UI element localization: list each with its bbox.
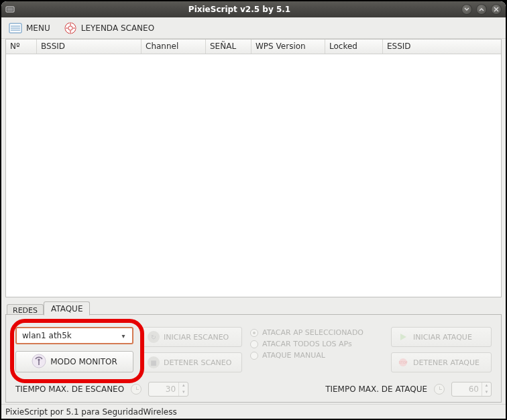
chevron-down-icon: ▾ bbox=[117, 332, 129, 340]
status-text: PixieScript por 5.1 para SeguridadWirele… bbox=[5, 407, 177, 417]
table-header: Nº BSSID Channel SEÑAL WPS Version Locke… bbox=[6, 40, 501, 54]
window-title: PixieScript v2.5 by 5.1 bbox=[17, 5, 461, 14]
col-signal[interactable]: SEÑAL bbox=[206, 40, 251, 54]
tabs: REDES ATAQUE bbox=[5, 300, 502, 315]
play-icon bbox=[397, 331, 409, 343]
svg-point-7 bbox=[68, 25, 72, 29]
interface-combo[interactable]: wlan1 ath5k ▾ bbox=[15, 327, 133, 344]
iniciar-escaneo-button: ↻ INICIAR ESCANEO bbox=[142, 327, 242, 347]
ataque-panel: wlan1 ath5k ▾ MODO MONITOR bbox=[5, 315, 502, 403]
detener-scaneo-button: ■ DETENER SCANEO bbox=[142, 352, 242, 372]
interface-value: wlan1 ath5k bbox=[22, 331, 72, 340]
menu-button[interactable]: MENU bbox=[5, 20, 54, 36]
stop-icon: ■ bbox=[148, 356, 160, 368]
iniciar-ataque-button: INICIAR ATAQUE bbox=[391, 327, 492, 347]
maximize-button[interactable] bbox=[476, 4, 487, 15]
detener-scaneo-label: DETENER SCANEO bbox=[164, 358, 231, 367]
attack-mode-group: ATACAR AP SELECCIONADO ATACAR TODOS LOS … bbox=[250, 327, 383, 360]
refresh-icon: ↻ bbox=[148, 331, 160, 343]
tiempo-ataque-label: TIEMPO MAX. DE ATAQUE bbox=[325, 384, 427, 394]
radio-atacar-todos: ATACAR TODOS LOS APs bbox=[250, 340, 383, 348]
broadcast-icon bbox=[32, 354, 46, 370]
table-body bbox=[6, 54, 501, 297]
menu-label: MENU bbox=[26, 23, 50, 33]
detener-ataque-label: DETENER ATAQUE bbox=[413, 358, 480, 367]
radio-label-ap: ATACAR AP SELECCIONADO bbox=[262, 328, 363, 337]
radio-label-todos: ATACAR TODOS LOS APs bbox=[262, 340, 352, 348]
col-essid[interactable]: ESSID bbox=[383, 40, 501, 54]
col-wps[interactable]: WPS Version bbox=[251, 40, 325, 54]
statusbar: PixieScript por 5.1 para SeguridadWirele… bbox=[1, 404, 506, 419]
close-button[interactable] bbox=[491, 4, 502, 15]
radio-label-manual: ATAQUE MANUAL bbox=[262, 351, 325, 360]
tab-ataque[interactable]: ATAQUE bbox=[44, 301, 90, 316]
tiempo-escaneo-value: 30 bbox=[149, 384, 178, 394]
tiempo-escaneo-label: TIEMPO MAX. DE ESCANEO bbox=[15, 384, 124, 394]
radio-icon bbox=[250, 352, 258, 360]
svg-text:STOP: STOP bbox=[398, 360, 407, 364]
legend-label: LEYENDA SCANEO bbox=[81, 23, 154, 33]
iniciar-ataque-label: INICIAR ATAQUE bbox=[413, 333, 472, 342]
radio-ataque-manual: ATAQUE MANUAL bbox=[250, 351, 383, 360]
lifebuoy-icon bbox=[64, 22, 77, 34]
modo-monitor-button[interactable]: MODO MONITOR bbox=[15, 351, 133, 372]
menu-icon bbox=[9, 22, 22, 34]
tiempo-escaneo-spinner: 30 ▴▾ bbox=[148, 382, 188, 397]
stop-icon: STOP bbox=[397, 356, 409, 368]
clock-icon bbox=[434, 384, 445, 395]
tiempo-ataque-value: 60 bbox=[452, 384, 482, 394]
svg-rect-10 bbox=[38, 360, 40, 365]
radio-atacar-ap: ATACAR AP SELECCIONADO bbox=[250, 328, 383, 337]
clock-icon bbox=[131, 384, 142, 395]
col-bssid[interactable]: BSSID bbox=[37, 40, 142, 54]
legend-button[interactable]: LEYENDA SCANEO bbox=[60, 20, 158, 36]
minimize-button[interactable] bbox=[461, 4, 472, 15]
modo-monitor-label: MODO MONITOR bbox=[50, 357, 117, 366]
tiempo-ataque-spinner: 60 ▴▾ bbox=[451, 382, 492, 397]
networks-table[interactable]: Nº BSSID Channel SEÑAL WPS Version Locke… bbox=[5, 39, 502, 297]
radio-icon bbox=[250, 340, 258, 348]
app-icon bbox=[5, 5, 15, 14]
menubar: MENU LEYENDA SCANEO bbox=[1, 17, 506, 39]
radio-icon bbox=[250, 329, 258, 337]
col-no[interactable]: Nº bbox=[6, 40, 37, 54]
detener-ataque-button: STOP DETENER ATAQUE bbox=[391, 352, 492, 372]
col-locked[interactable]: Locked bbox=[325, 40, 383, 54]
svg-rect-1 bbox=[7, 8, 13, 11]
col-channel[interactable]: Channel bbox=[142, 40, 206, 54]
iniciar-escaneo-label: INICIAR ESCANEO bbox=[164, 333, 229, 342]
titlebar: PixieScript v2.5 by 5.1 bbox=[1, 1, 506, 17]
